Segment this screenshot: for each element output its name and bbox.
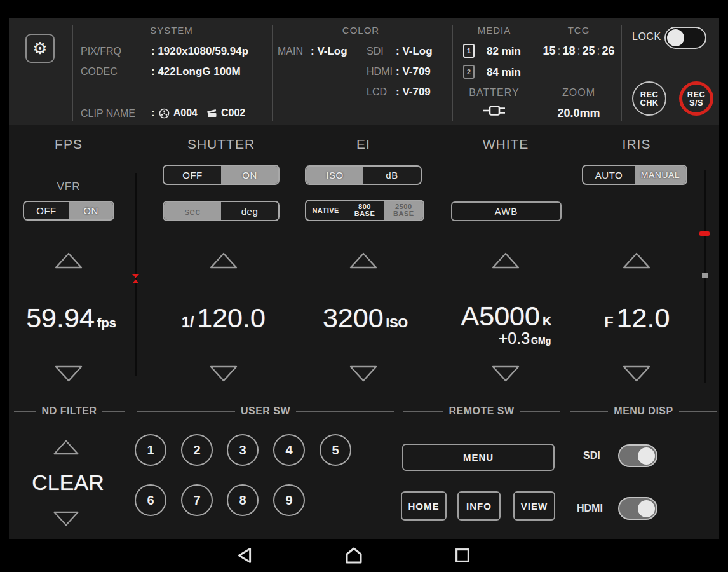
info-button[interactable]: INFO <box>457 491 501 521</box>
user-sw-3-button[interactable]: 3 <box>227 434 259 466</box>
codec-value: : 422LongG 100M <box>151 65 241 78</box>
app-screen: ⚙ SYSTEM PIX/FRQ : 1920x1080/59.94p CODE… <box>0 0 728 572</box>
down-arrow-icon <box>54 365 83 383</box>
home-icon <box>344 547 364 564</box>
shutter-on-segment[interactable]: ON <box>221 166 278 184</box>
nd-value: CLEAR <box>32 470 104 495</box>
media-section-title: MEDIA <box>450 25 539 36</box>
lock-label: LOCK <box>632 31 661 43</box>
ei-db-segment[interactable]: dB <box>363 167 421 184</box>
reel-icon <box>159 108 170 119</box>
user-sw-2-button[interactable]: 2 <box>181 434 213 466</box>
clipname-value: : A004 C002 <box>151 107 245 119</box>
hdmi-color-value: : V-709 <box>396 65 431 78</box>
vfr-toggle: OFF ON <box>23 201 114 221</box>
main-color-label: MAIN <box>278 46 303 57</box>
ei-2500base-segment[interactable]: 2500 BASE <box>384 201 423 220</box>
clapperboard-icon <box>206 109 217 118</box>
rec-check-button[interactable]: REC CHK <box>632 81 666 116</box>
ei-down-button[interactable] <box>349 365 378 383</box>
nd-up-button[interactable] <box>51 439 81 456</box>
user-sw-6-button[interactable]: 6 <box>135 484 166 516</box>
vfr-on-segment[interactable]: ON <box>69 202 113 219</box>
iris-slider-marker[interactable] <box>699 231 710 236</box>
awb-button[interactable]: AWB <box>451 201 562 221</box>
down-arrow-icon <box>52 510 80 527</box>
fps-down-button[interactable] <box>54 365 83 383</box>
iris-mode-toggle: AUTO MANUAL <box>582 165 687 185</box>
sdi-disp-label: SDI <box>583 450 600 461</box>
ei-up-button[interactable] <box>349 252 378 269</box>
hdmi-disp-label: HDMI <box>577 503 603 514</box>
shutter-off-segment[interactable]: OFF <box>164 166 221 184</box>
nd-down-button[interactable] <box>51 510 81 528</box>
media-slot1-icon: 1 <box>463 44 475 58</box>
home-button[interactable]: HOME <box>401 491 447 521</box>
main-color-value: : V-Log <box>311 45 347 58</box>
sdi-disp-toggle[interactable] <box>618 444 657 467</box>
iris-up-button[interactable] <box>622 252 651 269</box>
clip-id: C002 <box>221 107 245 119</box>
up-arrow-icon <box>491 252 520 269</box>
view-button[interactable]: VIEW <box>513 491 555 521</box>
lock-toggle-knob <box>667 29 684 46</box>
menu-disp-header: MENU DISP <box>570 405 717 417</box>
menu-button[interactable]: MENU <box>402 444 555 471</box>
lock-toggle[interactable] <box>664 27 706 49</box>
user-sw-8-button[interactable]: 8 <box>227 484 259 516</box>
ei-iso-segment[interactable]: ISO <box>306 167 363 184</box>
iris-manual-segment[interactable]: MANUAL <box>635 166 686 184</box>
clipname-colon: : <box>151 107 155 119</box>
ei-800base-segment[interactable]: 800 BASE <box>345 201 384 220</box>
ei-base-toggle: NATIVE 800 BASE 2500 BASE <box>305 200 424 221</box>
ei-unit-toggle: ISO dB <box>305 165 422 185</box>
vfr-label: VFR <box>57 180 81 193</box>
recent-apps-button[interactable] <box>455 548 471 564</box>
reel-id: A004 <box>173 107 198 119</box>
header-divider <box>72 25 73 121</box>
white-value: A5000K +0.3GMg <box>461 301 552 348</box>
user-sw-7-button[interactable]: 7 <box>181 484 213 516</box>
user-sw-5-button[interactable]: 5 <box>320 434 351 466</box>
gear-icon: ⚙ <box>32 39 47 58</box>
hdmi-toggle-knob <box>638 500 655 517</box>
header-divider <box>452 25 453 121</box>
ei-native-segment[interactable]: NATIVE <box>306 201 345 220</box>
up-arrow-icon <box>52 439 80 456</box>
header-divider <box>272 25 273 121</box>
fps-slider-marker[interactable] <box>131 273 140 284</box>
iris-slider-thumb[interactable] <box>702 273 708 278</box>
lcd-color-value: : V-709 <box>396 86 431 99</box>
rec-start-stop-button[interactable]: REC S/S <box>679 81 713 116</box>
hdmi-disp-toggle[interactable] <box>618 497 657 520</box>
home-nav-button[interactable] <box>344 547 364 564</box>
sdi-color-label: SDI <box>367 46 384 57</box>
vfr-off-segment[interactable]: OFF <box>24 202 69 219</box>
shutter-deg-segment[interactable]: deg <box>221 202 278 220</box>
back-button[interactable] <box>237 547 253 564</box>
android-navbar <box>0 539 728 572</box>
white-up-button[interactable] <box>491 252 520 269</box>
fps-up-button[interactable] <box>54 252 83 269</box>
iris-title: IRIS <box>623 137 651 152</box>
iris-down-button[interactable] <box>622 365 651 383</box>
user-sw-1-button[interactable]: 1 <box>135 434 166 466</box>
shutter-up-button[interactable] <box>209 252 238 269</box>
media-slot1-time: 82 min <box>487 45 521 58</box>
user-sw-4-button[interactable]: 4 <box>273 434 305 466</box>
shutter-onoff-toggle: OFF ON <box>163 165 280 185</box>
user-sw-header: USER SW <box>137 405 394 417</box>
fps-value: 59.94fps <box>26 303 116 334</box>
sdi-toggle-knob <box>638 447 655 465</box>
settings-button[interactable]: ⚙ <box>25 34 55 63</box>
down-arrow-icon <box>349 365 378 383</box>
shutter-sec-segment[interactable]: sec <box>164 202 221 220</box>
shutter-down-button[interactable] <box>209 365 238 383</box>
system-section-title: SYSTEM <box>127 25 216 36</box>
shutter-title: SHUTTER <box>187 137 255 152</box>
timecode: 15:18:25:26 <box>537 44 621 58</box>
white-down-button[interactable] <box>491 365 520 383</box>
iris-auto-segment[interactable]: AUTO <box>583 166 635 184</box>
white-title: WHITE <box>483 137 529 152</box>
user-sw-9-button[interactable]: 9 <box>273 484 305 516</box>
